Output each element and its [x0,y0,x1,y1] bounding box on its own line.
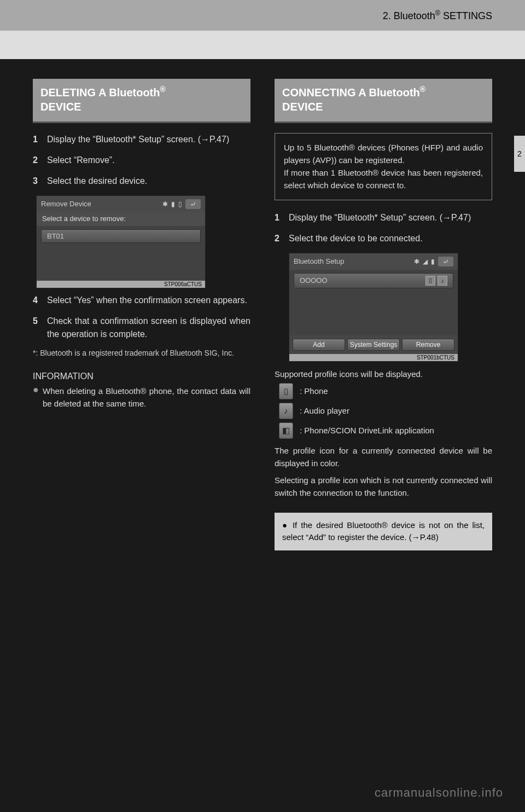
system-settings-button[interactable]: System Settings [347,339,400,351]
section-heading-delete: DELETING A Bluetooth® DEVICE [33,79,250,123]
ui-title-text: Remove Device [41,200,91,208]
profile-switch-note: Selecting a profile icon which is not cu… [275,474,492,500]
ui-titlebar: Bluetooth Setup ✱ ◢ ▮ ⤶ [289,253,458,270]
phone-profile-icon: ▯ [279,383,293,399]
device-row-ooooo[interactable]: OOOOO ▯ ♪ [294,273,453,288]
add-button[interactable]: Add [293,339,345,351]
device-list: BT01 [37,226,205,281]
bluetooth-setup-screenshot: Bluetooth Setup ✱ ◢ ▮ ⤶ OOOOO ▯ ♪ [289,253,458,362]
remove-button[interactable]: Remove [402,339,454,351]
legend-audio: ♪ : Audio player [275,403,492,419]
profile-audio-icon[interactable]: ♪ [438,276,447,286]
bullet-icon: ● [33,385,43,410]
ui-title-text: Bluetooth Setup [294,257,345,265]
status-icons: ✱ ▮ ▯ ⤶ [162,199,201,209]
legend-sdl: ◧ : Phone/SCION DriveLink application [275,422,492,439]
profile-phone-icon[interactable]: ▯ [425,276,435,286]
signal-icon: ▮ [171,200,175,208]
sdl-profile-icon: ◧ [279,422,293,439]
audio-profile-icon: ♪ [279,403,293,419]
information-bullet: ● When deleting a Bluetooth® phone, the … [33,385,250,410]
information-heading: INFORMATION [33,372,250,381]
signal-icon: ◢ [423,258,428,265]
left-column: DELETING A Bluetooth® DEVICE 1 Display t… [33,79,250,550]
step-3: 3 Select the desired device. [33,175,250,188]
bluetooth-icon: ✱ [414,258,419,265]
status-icons: ✱ ◢ ▮ ⤶ [414,257,453,266]
step-4: 4 Select “Yes” when the confirmation scr… [33,294,250,307]
r-step-1: 1 Display the “Bluetooth* Setup” screen.… [275,211,492,224]
step-5: 5 Check that a confirmation screen is di… [33,315,250,341]
ui-footer: Add System Settings Remove [289,335,458,354]
screenshot-id: STP001bCTUS [289,354,458,361]
page-content: DELETING A Bluetooth® DEVICE 1 Display t… [0,59,525,550]
sub-header-bar [0,31,525,59]
trademark-footnote: *: Bluetooth is a registered trademark o… [33,349,250,357]
phone-icon: ▯ [178,200,182,208]
remove-device-screenshot: Remove Device ✱ ▮ ▯ ⤶ Select a device to… [36,195,206,288]
intro-box: Up to 5 Bluetooth® devices (Phones (HFP)… [275,133,492,200]
right-column: CONNECTING A Bluetooth® DEVICE Up to 5 B… [275,79,492,550]
add-device-note: ● If the desired Bluetooth® device is no… [275,513,492,550]
screenshot-id: STP006aCTUS [37,281,205,288]
device-list: OOOOO ▯ ♪ [289,270,458,335]
profile-color-note: The profile icon for a currently connect… [275,444,492,470]
header-bar: 2. Bluetooth® SETTINGS [0,0,525,31]
ui-subtitle: Select a device to remove: [37,212,205,226]
ui-titlebar: Remove Device ✱ ▮ ▯ ⤶ [37,196,205,212]
bluetooth-icon: ✱ [162,200,168,208]
icons-lead-text: Supported profile icons will be displaye… [275,369,492,379]
watermark: carmanualsonline.info [375,786,503,800]
step-2: 2 Select “Remove”. [33,154,250,167]
device-row-bt01[interactable]: BT01 [41,229,201,243]
legend-phone: ▯ : Phone [275,383,492,399]
step-1: 1 Display the “Bluetooth* Setup” screen.… [33,133,250,146]
section-heading-connect: CONNECTING A Bluetooth® DEVICE [275,79,492,123]
back-button[interactable]: ⤶ [438,257,453,266]
battery-icon: ▮ [431,258,435,265]
chapter-tab: 2 [514,136,525,172]
breadcrumb: 2. Bluetooth® SETTINGS [383,9,492,22]
r-step-2: 2 Select the device to be connected. [275,232,492,245]
back-button[interactable]: ⤶ [185,199,201,209]
